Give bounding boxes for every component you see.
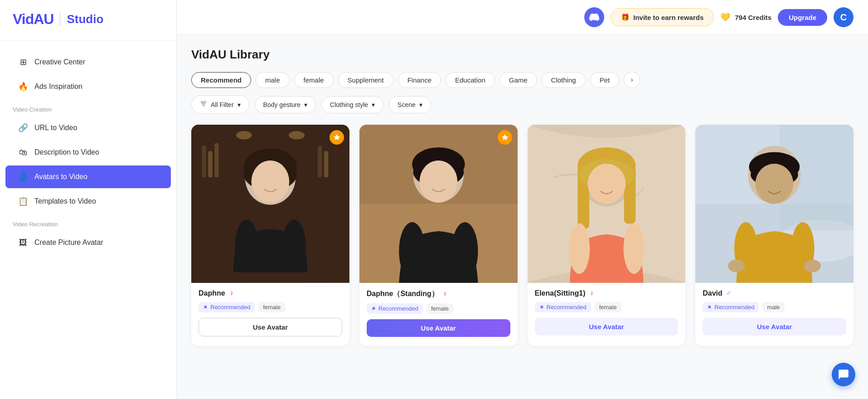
content-area: VidAU Library Recommend male female Supp… xyxy=(177,35,868,399)
discord-button[interactable] xyxy=(584,7,604,27)
sidebar-item-ads-inspiration[interactable]: 🔥 Ads Inspiration xyxy=(5,75,171,98)
avatar-name-row-daphne: Daphne ♀ xyxy=(199,289,342,297)
sidebar: VidAU Studio ⊞ Creative Center 🔥 Ads Ins… xyxy=(0,0,177,399)
section-video-recreation: Video Recreation xyxy=(0,214,176,230)
tag-game[interactable]: Game xyxy=(499,72,537,88)
invite-button[interactable]: 🎁 Invite to earn rewards xyxy=(611,8,714,26)
avatar-info-david: David ♂ ★ Recommended male Use Avatar xyxy=(695,283,853,345)
tag-female[interactable]: female xyxy=(294,72,334,88)
avatar-image-daphne xyxy=(191,125,349,283)
badge-recommended-daphne-standing: ★ Recommended xyxy=(367,303,423,314)
use-avatar-button-daphne[interactable]: Use Avatar xyxy=(199,318,342,336)
avatar-info-daphne: Daphne ♀ ★ Recommended female Use Avatar xyxy=(191,283,349,345)
clothing-style-chevron: ▾ xyxy=(372,101,375,108)
scene-chevron: ▾ xyxy=(419,101,422,108)
sidebar-item-description-to-video[interactable]: 🛍 Description to Video xyxy=(5,141,171,164)
use-avatar-button-elena[interactable]: Use Avatar xyxy=(535,318,679,336)
gender-icon-daphne: ♀ xyxy=(229,289,234,297)
all-filter-dropdown[interactable]: All Filter ▾ xyxy=(191,95,249,114)
scene-label: Scene xyxy=(398,101,416,108)
avatar-image-daphne-standing xyxy=(359,125,518,283)
avatar-image-david xyxy=(695,125,853,283)
star-icon-david: ★ xyxy=(707,304,712,310)
avatar-card-david[interactable]: David ♂ ★ Recommended male Use Avatar xyxy=(695,125,853,346)
grid-icon: ⊞ xyxy=(18,57,28,67)
avatar-card-elena[interactable]: Elena(Sitting1) ♀ ★ Recommended female U… xyxy=(528,125,686,346)
invite-label: Invite to earn rewards xyxy=(633,14,703,21)
credits-area: 💛 794 Credits xyxy=(720,12,771,22)
sidebar-label-ads-inspiration: Ads Inspiration xyxy=(34,83,82,91)
sidebar-label-avatars-to-video: Avatars to Video xyxy=(34,173,87,181)
section-video-creation: Video Creation xyxy=(0,99,176,116)
badge-gender-daphne-standing: female xyxy=(427,303,453,314)
upgrade-button[interactable]: Upgrade xyxy=(778,9,827,26)
avatar-tags-david: ★ Recommended male xyxy=(703,302,846,312)
badge-recommended-daphne: ★ Recommended xyxy=(199,302,255,312)
avatar-info-elena: Elena(Sitting1) ♀ ★ Recommended female U… xyxy=(528,283,686,345)
all-filter-chevron: ▾ xyxy=(238,101,241,108)
invite-icon: 🎁 xyxy=(621,13,630,21)
clothing-style-label: Clothing style xyxy=(330,101,368,108)
sidebar-item-creative-center[interactable]: ⊞ Creative Center xyxy=(5,51,171,73)
body-gesture-dropdown[interactable]: Body gesture ▾ xyxy=(255,96,316,113)
body-gesture-chevron: ▾ xyxy=(304,101,307,108)
tag-finance[interactable]: Finance xyxy=(398,72,441,88)
clothing-style-dropdown[interactable]: Clothing style ▾ xyxy=(321,96,383,113)
svg-rect-6 xyxy=(214,143,218,178)
svg-rect-5 xyxy=(208,151,212,177)
avatar-tags-elena: ★ Recommended female xyxy=(535,302,679,312)
sidebar-label-description-to-video: Description to Video xyxy=(34,148,99,156)
svg-point-42 xyxy=(756,164,794,204)
tag-recommend[interactable]: Recommend xyxy=(191,72,251,88)
tag-male[interactable]: male xyxy=(256,72,290,88)
badge-gender-daphne: female xyxy=(258,302,285,312)
avatar-tags-daphne: ★ Recommended female xyxy=(199,302,342,312)
avatar-name-row-elena: Elena(Sitting1) ♀ xyxy=(535,289,679,297)
sidebar-label-templates-to-video: Templates to Video xyxy=(34,197,96,205)
logo-area: VidAU Studio xyxy=(0,11,176,41)
filter-icon xyxy=(200,100,207,109)
user-avatar[interactable]: C xyxy=(834,7,853,27)
sidebar-item-create-picture-avatar[interactable]: 🖼 Create Picture Avatar xyxy=(5,231,171,254)
use-avatar-button-david[interactable]: Use Avatar xyxy=(703,318,846,336)
star-icon-daphne-standing: ★ xyxy=(371,305,376,311)
svg-point-24 xyxy=(399,222,425,280)
logo-brand: VidAU xyxy=(13,11,53,28)
avatar-name-daphne: Daphne xyxy=(199,289,225,297)
avatar-info-daphne-standing: Daphne（Standing） ♀ ★ Recommended female … xyxy=(359,283,518,346)
tag-supplement[interactable]: Supplement xyxy=(338,72,393,88)
badge-gender-david: male xyxy=(762,302,784,312)
svg-point-33 xyxy=(568,223,590,274)
avatar-name-elena: Elena(Sitting1) xyxy=(535,289,586,297)
scene-dropdown[interactable]: Scene ▾ xyxy=(389,96,431,113)
svg-rect-8 xyxy=(324,151,328,177)
filter-tags-next-button[interactable]: › xyxy=(624,72,640,88)
use-avatar-button-daphne-standing[interactable]: Use Avatar xyxy=(367,319,510,337)
avatar-name-daphne-standing: Daphne（Standing） xyxy=(367,289,439,299)
credits-icon: 💛 xyxy=(720,12,730,22)
template-icon: 📋 xyxy=(18,196,28,206)
svg-point-32 xyxy=(587,164,626,204)
avatar-card-daphne-standing[interactable]: Daphne（Standing） ♀ ★ Recommended female … xyxy=(359,125,518,346)
premium-badge-daphne-standing xyxy=(498,130,512,145)
sidebar-item-url-to-video[interactable]: 🔗 URL to Video xyxy=(5,117,171,139)
svg-point-23 xyxy=(419,161,457,203)
sidebar-item-templates-to-video[interactable]: 📋 Templates to Video xyxy=(5,190,171,213)
avatar-card-daphne[interactable]: Daphne ♀ ★ Recommended female Use Avatar xyxy=(191,125,349,346)
svg-rect-4 xyxy=(202,146,206,178)
sidebar-label-creative-center: Creative Center xyxy=(34,58,85,66)
premium-badge-daphne xyxy=(330,130,344,145)
svg-point-9 xyxy=(236,131,252,140)
badge-gender-elena: female xyxy=(595,302,621,312)
chat-fab-button[interactable] xyxy=(832,363,855,386)
sidebar-item-avatars-to-video[interactable]: 👤 Avatars to Video xyxy=(5,165,171,188)
sidebar-label-url-to-video: URL to Video xyxy=(34,124,77,132)
tag-clothing[interactable]: Clothing xyxy=(542,72,586,88)
tag-pet[interactable]: Pet xyxy=(590,72,620,88)
svg-point-46 xyxy=(804,260,821,272)
main-area: 🎁 Invite to earn rewards 💛 794 Credits U… xyxy=(177,0,868,399)
tag-education[interactable]: Education xyxy=(446,72,495,88)
filter-tags-row: Recommend male female Supplement Finance… xyxy=(191,72,853,88)
gender-icon-elena: ♀ xyxy=(589,289,595,297)
logo-product: Studio xyxy=(67,12,103,26)
